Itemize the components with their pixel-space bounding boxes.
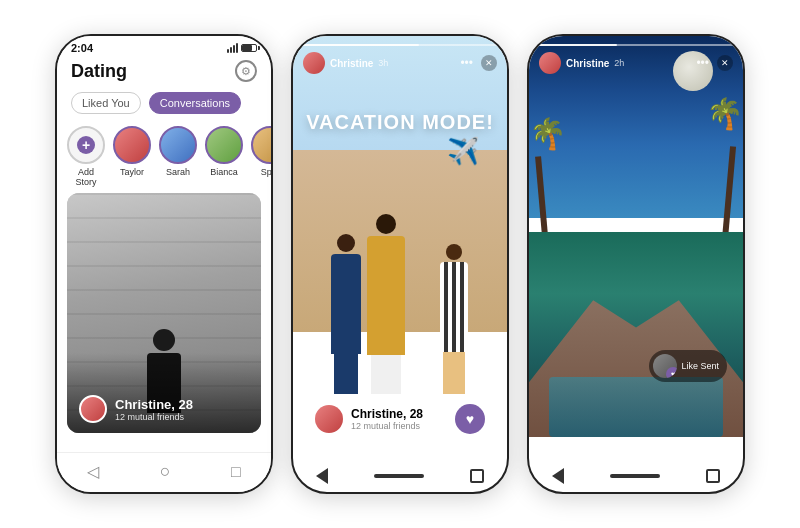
home-nav-icon-center[interactable] xyxy=(374,474,424,478)
story-username-center: Christine xyxy=(330,58,373,69)
home-nav-icon-right[interactable] xyxy=(610,474,660,478)
story-meta-right: Christine 2h ••• ✕ xyxy=(539,52,733,74)
status-time-left: 2:04 xyxy=(71,42,93,54)
story-item-sarah[interactable]: Sarah xyxy=(159,126,197,187)
like-sent-badge: ♥ Like Sent xyxy=(649,350,727,382)
like-sent-text: Like Sent xyxy=(681,361,719,371)
story-card-name-center: Christine, 28 xyxy=(351,407,423,421)
vacation-text: VACATION MODE! xyxy=(293,111,507,134)
recents-nav-icon-center[interactable] xyxy=(470,469,484,483)
story-card-left-center: Christine, 28 12 mutual friends xyxy=(315,405,423,433)
story-user-info-right: Christine 2h xyxy=(539,52,624,74)
people-scene xyxy=(301,174,499,414)
back-nav-icon[interactable]: ◁ xyxy=(87,462,99,481)
close-button-right[interactable]: ✕ xyxy=(717,55,733,71)
story-name-taylor: Taylor xyxy=(120,167,144,177)
app-header-left: Dating ⚙ xyxy=(57,56,271,88)
story-actions-right: ••• ✕ xyxy=(696,55,733,71)
resort-bg: 🌴 🌴 xyxy=(529,36,743,492)
back-nav-icon-right[interactable] xyxy=(552,468,564,484)
app-title: Dating xyxy=(71,61,127,82)
story-avatar-sarah xyxy=(159,126,197,164)
story-progress-bar-right xyxy=(539,44,733,46)
story-progress-bar xyxy=(303,44,497,46)
airplane-emoji: ✈️ xyxy=(447,136,479,167)
story-header-right: Christine 2h ••• ✕ xyxy=(529,36,743,78)
story-actions-center: ••• ✕ xyxy=(460,55,497,71)
story-user-avatar-right xyxy=(539,52,561,74)
like-sent-avatar: ♥ xyxy=(653,354,677,378)
profile-card[interactable]: Christine, 28 12 mutual friends xyxy=(67,193,261,433)
tab-liked-you[interactable]: Liked You xyxy=(71,92,141,114)
phone-left: 2:04 Dating ⚙ Liked You xyxy=(55,34,273,494)
signal-icon xyxy=(227,43,238,53)
home-nav-icon[interactable]: ○ xyxy=(160,461,171,482)
settings-button[interactable]: ⚙ xyxy=(235,60,257,82)
card-text: Christine, 28 12 mutual friends xyxy=(115,397,193,422)
story-bottom-card-center: Christine, 28 12 mutual friends ♥ xyxy=(303,394,497,444)
story-meta-center: Christine 3h ••• ✕ xyxy=(303,52,497,74)
close-button-center[interactable]: ✕ xyxy=(481,55,497,71)
story-card-avatar-center xyxy=(315,405,343,433)
more-dots-button-right[interactable]: ••• xyxy=(696,56,709,70)
phone-center: Christine 3h ••• ✕ VACATION MODE! ✈️ xyxy=(291,34,509,494)
story-avatar-bianca xyxy=(205,126,243,164)
card-sub: 12 mutual friends xyxy=(115,412,193,422)
story-avatar-sp xyxy=(251,126,271,164)
recents-nav-icon[interactable]: □ xyxy=(231,463,241,481)
stories-row: + Add Story Taylor Sarah Bianca xyxy=(57,118,271,193)
story-name-bianca: Bianca xyxy=(210,167,238,177)
plus-icon: + xyxy=(77,136,95,154)
status-icons-left xyxy=(227,43,257,53)
heart-button-center[interactable]: ♥ xyxy=(455,404,485,434)
story-user-info-center: Christine 3h xyxy=(303,52,388,74)
bottom-nav-center xyxy=(293,468,507,484)
card-name: Christine, 28 xyxy=(115,397,193,412)
like-sent-heart-icon: ♥ xyxy=(666,367,677,378)
phones-container: 2:04 Dating ⚙ Liked You xyxy=(35,14,765,514)
story-card-text-center: Christine, 28 12 mutual friends xyxy=(351,407,423,431)
story-screen-right: 🌴 🌴 xyxy=(529,36,743,492)
story-card-sub-center: 12 mutual friends xyxy=(351,421,423,431)
story-screen-center: Christine 3h ••• ✕ VACATION MODE! ✈️ xyxy=(293,36,507,492)
story-user-avatar-center xyxy=(303,52,325,74)
battery-icon xyxy=(241,44,257,52)
story-time-center: 3h xyxy=(378,58,388,68)
back-nav-icon-center[interactable] xyxy=(316,468,328,484)
story-name-sp: Sp... xyxy=(261,167,271,177)
phone-right: 🌴 🌴 xyxy=(527,34,745,494)
bottom-nav-left: ◁ ○ □ xyxy=(57,452,271,492)
more-dots-button-center[interactable]: ••• xyxy=(460,56,473,70)
add-story-item[interactable]: + Add Story xyxy=(67,126,105,187)
story-name-sarah: Sarah xyxy=(166,167,190,177)
add-story-label: Add Story xyxy=(67,167,105,187)
bottom-nav-right xyxy=(529,468,743,484)
story-avatar-taylor xyxy=(113,126,151,164)
story-item-taylor[interactable]: Taylor xyxy=(113,126,151,187)
card-avatar xyxy=(79,395,107,423)
status-bar-left: 2:04 xyxy=(57,36,271,56)
story-item-bianca[interactable]: Bianca xyxy=(205,126,243,187)
story-time-right: 2h xyxy=(614,58,624,68)
gear-icon: ⚙ xyxy=(241,65,251,78)
pool-water xyxy=(549,377,723,437)
story-item-sp[interactable]: Sp... xyxy=(251,126,271,187)
story-header-center: Christine 3h ••• ✕ xyxy=(293,36,507,78)
recents-nav-icon-right[interactable] xyxy=(706,469,720,483)
card-info: Christine, 28 12 mutual friends xyxy=(79,395,193,423)
tabs-row: Liked You Conversations xyxy=(57,88,271,118)
story-username-right: Christine xyxy=(566,58,609,69)
add-story-avatar: + xyxy=(67,126,105,164)
tab-conversations[interactable]: Conversations xyxy=(149,92,241,114)
